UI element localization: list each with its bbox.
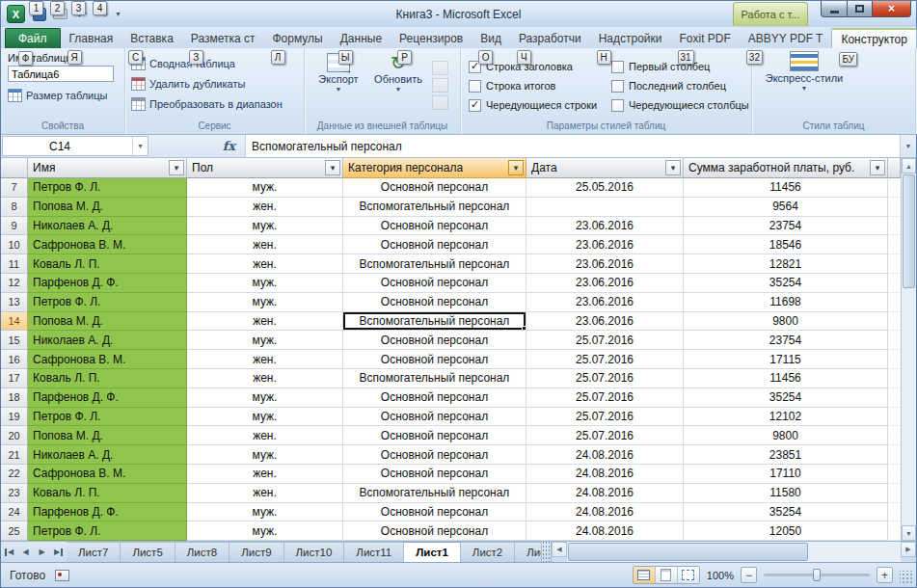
row-header[interactable]: 9 [1, 217, 28, 236]
row-header[interactable]: 13 [1, 293, 28, 312]
page-break-view-button[interactable] [678, 567, 699, 583]
table-cell[interactable]: Вспомогательный персонал [343, 369, 526, 388]
sheet-tab[interactable]: Лист11 [344, 542, 404, 562]
zoom-in-button[interactable]: + [877, 567, 893, 583]
row-header[interactable]: 14 [1, 312, 28, 332]
previous-sheet-button[interactable]: ◀ [17, 542, 34, 562]
row-header[interactable]: 17 [1, 369, 28, 388]
table-cell[interactable]: 25.07.2016 [526, 369, 684, 388]
zoom-slider[interactable] [764, 568, 870, 582]
table-cell[interactable]: 24.08.2016 [526, 465, 684, 484]
table-cell[interactable]: муж. [187, 445, 343, 465]
table-cell[interactable]: Попова М. Д. [28, 198, 187, 217]
table-cell[interactable]: 11456 [684, 178, 888, 198]
table-cell[interactable]: 25.07.2016 [526, 408, 684, 427]
table-cell[interactable]: 11580 [684, 484, 888, 503]
first-sheet-button[interactable]: ◀ [1, 542, 17, 562]
ribbon-tab[interactable]: ФормулыЛ [264, 28, 332, 48]
table-cell[interactable]: Основной персонал [343, 293, 526, 312]
table-cell[interactable]: Основной персонал [343, 503, 526, 522]
table-cell[interactable]: 23754 [684, 217, 888, 236]
table-cell[interactable]: 17115 [684, 350, 888, 369]
table-cell[interactable]: муж. [187, 503, 343, 522]
table-cell[interactable]: Коваль Л. П. [28, 369, 187, 388]
ribbon-tab[interactable]: РецензировР [391, 28, 472, 48]
table-cell[interactable]: Основной персонал [343, 408, 526, 427]
sheet-tab[interactable]: Лист7 [67, 542, 121, 562]
row-header[interactable]: 25 [1, 521, 28, 541]
column-header[interactable]: Пол [187, 158, 343, 178]
table-cell[interactable]: Парфенов Д. Ф. [28, 274, 187, 293]
horizontal-scroll-track[interactable] [567, 542, 901, 562]
vertical-scrollbar[interactable]: ▲ ▼ [901, 158, 916, 541]
filter-button[interactable] [169, 160, 184, 175]
table-cell[interactable]: жен. [187, 465, 343, 484]
table-cell[interactable]: Основной персонал [343, 465, 526, 484]
table-cell[interactable]: Основной персонал [343, 235, 526, 254]
table-cell[interactable]: 25.07.2016 [526, 350, 684, 369]
data-range-properties-icon[interactable] [432, 61, 448, 75]
style-option[interactable]: Чередующиеся столбцы [611, 95, 754, 115]
row-header[interactable]: 11 [1, 254, 28, 274]
table-cell[interactable]: Вспомогательный персонал [343, 312, 526, 332]
table-cell[interactable]: муж. [187, 178, 343, 198]
expand-formula-bar-button[interactable]: ▼ [900, 135, 916, 157]
table-cell[interactable]: 25.07.2016 [526, 388, 684, 408]
ribbon-tab[interactable]: НадстройкиН [590, 28, 671, 48]
remove-duplicates-button[interactable]: Удалить дубликаты [131, 74, 304, 94]
table-cell[interactable]: муж. [187, 217, 343, 236]
table-cell[interactable]: Петров Ф. Л. [28, 293, 187, 312]
table-cell[interactable]: муж. [187, 293, 343, 312]
table-cell[interactable]: жен. [187, 198, 343, 217]
table-cell[interactable]: Основной персонал [343, 388, 526, 408]
style-option[interactable]: Последний столбец [611, 76, 754, 95]
qat-button-1[interactable]: 1 [30, 5, 48, 23]
table-cell[interactable]: жен. [187, 369, 343, 388]
table-cell[interactable]: 12821 [684, 254, 888, 274]
scroll-right-button[interactable]: ▶ [901, 542, 916, 557]
quick-styles-button[interactable]: Экспресс-стили ▼ [764, 48, 845, 120]
column-header[interactable]: Сумма заработной платы, руб. [684, 158, 888, 178]
sheet-tab[interactable]: Лист2 [461, 542, 515, 562]
table-cell[interactable]: 23.06.2016 [526, 254, 684, 274]
zoom-level[interactable]: 100% [707, 570, 734, 581]
table-cell[interactable]: Коваль Л. П. [28, 484, 187, 503]
ribbon-tab[interactable]: ВставкаС [121, 28, 182, 48]
table-cell[interactable]: Основной персонал [343, 426, 526, 445]
table-cell[interactable]: 23754 [684, 331, 888, 350]
sheet-tab[interactable]: Лист [515, 542, 541, 562]
table-cell[interactable]: 23.06.2016 [526, 217, 684, 236]
maximize-button[interactable] [847, 1, 873, 17]
zoom-out-button[interactable]: − [741, 567, 757, 583]
table-cell[interactable]: Основной персонал [343, 331, 526, 350]
table-cell[interactable]: 24.08.2016 [526, 503, 684, 522]
style-option[interactable]: Чередующиеся строки [469, 95, 611, 115]
row-header[interactable]: 23 [1, 484, 28, 503]
table-cell[interactable]: Основной персонал [343, 178, 526, 198]
table-cell[interactable]: Петров Ф. Л. [28, 408, 187, 427]
table-cell[interactable]: Вспомогательный персонал [343, 198, 526, 217]
scroll-down-button[interactable]: ▼ [902, 525, 916, 541]
formula-input[interactable]: Вспомогательный персонал [245, 135, 900, 157]
row-header[interactable]: 24 [1, 503, 28, 522]
table-cell[interactable]: Парфенов Д. Ф. [28, 388, 187, 408]
qat-button-2[interactable]: 2 [51, 5, 69, 23]
table-cell[interactable]: Попова М. Д. [28, 426, 187, 445]
table-cell[interactable]: 25.07.2016 [526, 331, 684, 350]
filter-button[interactable] [325, 160, 340, 175]
row-header[interactable]: 12 [1, 274, 28, 293]
table-cell[interactable]: Николаев А. Д. [28, 217, 187, 236]
table-cell[interactable]: Николаев А. Д. [28, 445, 187, 465]
column-header[interactable]: Имя [28, 158, 187, 178]
ribbon-tab[interactable]: Foxit PDF31 [671, 28, 740, 48]
unlink-icon[interactable] [432, 95, 448, 110]
table-cell[interactable]: 9800 [684, 426, 888, 445]
page-layout-view-button[interactable] [656, 567, 678, 583]
style-option[interactable]: Строка итогов [469, 76, 611, 95]
row-header[interactable]: 10 [1, 235, 28, 254]
vertical-scroll-thumb[interactable] [903, 174, 915, 288]
table-cell[interactable]: Вспомогательный персонал [343, 484, 526, 503]
name-box-dropdown-icon[interactable]: ▼ [132, 137, 148, 155]
table-cell[interactable]: 23.06.2016 [526, 312, 684, 332]
file-tab[interactable]: Файл Ф [5, 28, 61, 48]
